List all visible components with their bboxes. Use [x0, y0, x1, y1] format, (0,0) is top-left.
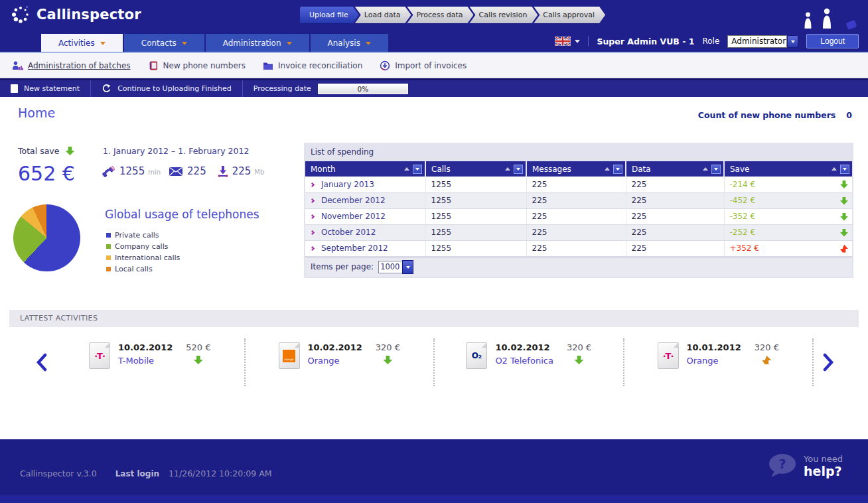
subnav-administration-of-batches[interactable]: Administration of batches — [12, 60, 131, 71]
activity-card[interactable]: O₂ 10.02.2012 320 € O2 Telefonica — [435, 338, 624, 386]
count-label: Count of new phone numbers — [698, 110, 836, 120]
page-footer: Callinspector v.3.0 Last login 11/26/201… — [0, 439, 868, 503]
operator-link[interactable]: O2 Telefonica — [495, 356, 553, 366]
sort-desc-button[interactable] — [514, 165, 523, 174]
help-line1: You need — [804, 454, 843, 464]
items-per-page-dropdown-button[interactable] — [402, 260, 413, 274]
column-header-data[interactable]: Data — [626, 161, 724, 177]
chevron-down-icon — [575, 40, 580, 46]
workflow-step-upload-file[interactable]: Upload file — [300, 7, 359, 23]
row-expand-icon[interactable] — [310, 230, 315, 235]
carousel-next-button[interactable] — [814, 352, 843, 372]
table-row[interactable]: September 2012 1255 225 225 +352 € — [305, 240, 852, 256]
trend-arrow-icon — [840, 245, 848, 253]
header-user-figures — [804, 8, 832, 29]
row-expand-icon[interactable] — [310, 198, 315, 203]
subnav-new-phone-numbers[interactable]: New phone numbers — [148, 60, 246, 71]
continue-uploading-button[interactable]: Continue to Uploading Finished — [91, 80, 242, 97]
minutes-unit: min — [148, 169, 161, 176]
download-data-icon — [218, 166, 228, 177]
subnav-invoice-reconciliation[interactable]: Invoice reconciliation — [263, 60, 362, 71]
workflow-step-calls-approval[interactable]: Calls approval — [534, 7, 605, 23]
legend-swatch — [106, 267, 111, 271]
footer-info: Callinspector v.3.0 Last login 11/26/201… — [20, 468, 272, 478]
trend-arrow-icon — [840, 197, 848, 205]
trend-arrow-icon — [65, 147, 74, 155]
role-select-value[interactable]: Administrator — [727, 35, 787, 48]
processing-progress-bar: 0% — [318, 84, 408, 94]
column-label: Messages — [532, 165, 571, 174]
operator-link[interactable]: Orange — [687, 356, 741, 366]
table-row[interactable]: January 2013 1255 225 225 -214 € — [305, 177, 852, 192]
help-button[interactable]: ? You need help? — [766, 453, 843, 479]
uk-flag-icon — [555, 36, 571, 46]
subnav-import-of-invoices[interactable]: Import of invoices — [380, 60, 467, 71]
column-header-messages[interactable]: Messages — [526, 161, 626, 177]
activity-info: 10.02.2012 520 € T-Mobile — [118, 342, 210, 376]
sort-desc-button[interactable] — [711, 165, 721, 174]
row-expand-icon[interactable] — [310, 182, 315, 187]
sort-controls — [605, 165, 622, 174]
t-mobile-logo: ·T· — [663, 351, 674, 361]
workflow-step-load-data[interactable]: Load data — [355, 7, 411, 23]
activity-card[interactable]: orange 10.02.2012 320 € Orange — [246, 338, 435, 386]
save-value: -252 € — [730, 228, 756, 237]
column-header-save[interactable]: Save — [724, 161, 852, 177]
carousel-prev-button[interactable] — [27, 352, 56, 372]
language-selector[interactable] — [555, 36, 580, 46]
phone-icon — [102, 165, 115, 177]
column-header-month[interactable]: Month — [305, 161, 425, 177]
sort-asc-icon[interactable] — [404, 165, 409, 171]
new-statement-label: New statement — [24, 84, 80, 93]
items-per-page-select[interactable]: 1000 — [378, 260, 413, 274]
activity-info: 10.02.2012 320 € Orange — [308, 342, 400, 376]
role-select[interactable]: Administrator — [727, 35, 798, 48]
person-chart-icon — [12, 60, 23, 71]
sort-asc-icon[interactable] — [505, 165, 510, 171]
tab-administration[interactable]: Administration — [206, 34, 309, 52]
sort-asc-icon[interactable] — [605, 165, 610, 171]
usage-summary: 1255 min 225 225 Mb — [102, 165, 268, 177]
spending-title: List of spending — [305, 143, 852, 161]
sort-desc-button[interactable] — [413, 165, 422, 174]
table-row[interactable]: October 2012 1255 225 225 -252 € — [305, 224, 852, 240]
chevron-down-icon — [100, 42, 106, 48]
operator-link[interactable]: Orange — [308, 356, 362, 366]
operator-link[interactable]: T-Mobile — [118, 356, 173, 366]
table-row[interactable]: December 2012 1255 225 225 -452 € — [305, 192, 852, 208]
sort-asc-icon[interactable] — [703, 165, 708, 171]
sort-asc-icon[interactable] — [832, 165, 837, 171]
total-save-row: Total save — [18, 146, 74, 156]
legend-label: Local calls — [115, 265, 153, 273]
workflow-step-calls-revision[interactable]: Calls revision — [469, 7, 538, 23]
legend-item: Company calls — [106, 242, 180, 251]
items-per-page-value[interactable]: 1000 — [378, 261, 403, 273]
tab-activities[interactable]: Activities — [41, 34, 123, 52]
logout-button[interactable]: Logout — [806, 34, 859, 48]
messages-cell: 225 — [526, 177, 626, 192]
sort-desc-button[interactable] — [840, 165, 849, 174]
role-select-button[interactable] — [787, 35, 798, 48]
tab-analysis[interactable]: Analysis — [311, 34, 388, 52]
last-login-value: 11/26/2012 10:20:09 AM — [169, 468, 271, 478]
nav-user-area: Super Admin VUB - 1 Role Administrator L… — [555, 31, 859, 52]
sort-controls — [404, 165, 422, 174]
invoice-document-icon: ·T· — [89, 342, 110, 369]
month-cell: September 2012 — [321, 244, 388, 253]
legend-label: Private calls — [115, 231, 159, 240]
column-header-calls[interactable]: Calls — [425, 161, 526, 177]
row-expand-icon[interactable] — [310, 246, 315, 251]
workflow-step-process-data[interactable]: Process data — [407, 7, 473, 23]
chevron-down-icon — [791, 40, 795, 45]
row-expand-icon[interactable] — [310, 214, 315, 219]
activity-card[interactable]: ·T· 10.02.2012 520 € T-Mobile — [56, 338, 246, 386]
sort-desc-button[interactable] — [613, 165, 622, 174]
activity-card[interactable]: ·T· 10.01.2012 320 € Orange — [624, 338, 814, 386]
usage-chart-legend: Private calls Company calls Internationa… — [106, 231, 180, 273]
total-save-value: 652 € — [18, 162, 75, 185]
table-row[interactable]: November 2012 1255 225 225 -352 € — [305, 208, 852, 224]
tab-contacts[interactable]: Contacts — [124, 34, 204, 52]
new-statement-button[interactable]: New statement — [0, 80, 90, 97]
data-unit: Mb — [254, 169, 264, 176]
table-footer: Items per page: 1000 — [305, 257, 852, 277]
